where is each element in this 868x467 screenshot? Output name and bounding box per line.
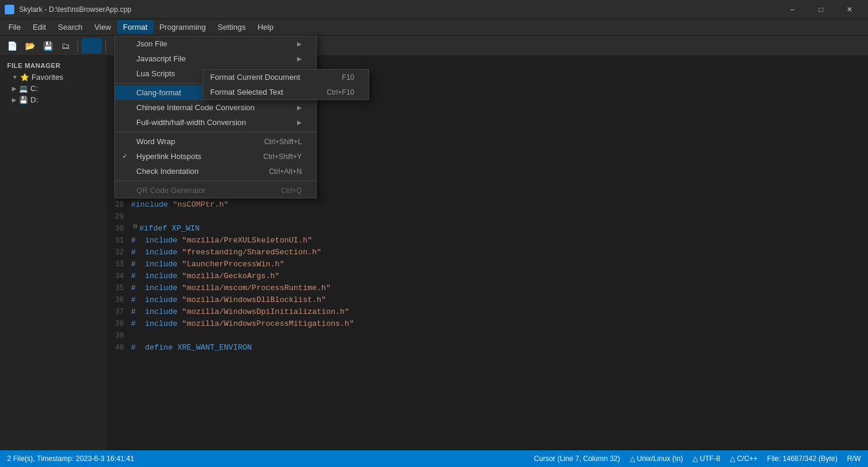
fold-button[interactable]: ⊟: [131, 223, 139, 231]
sidebar-item-label: D:: [30, 95, 38, 104]
toolbar-sep1: [77, 40, 78, 52]
menu-edit[interactable]: Edit: [27, 20, 52, 34]
sidebar: File Manager ▼ ⭐ Favorites ▶ 💻 C: ▶ 💾 D:: [0, 56, 107, 450]
toolbar-sep2: [105, 40, 106, 52]
new-file-button[interactable]: 📄: [4, 38, 20, 54]
table-row: 37 # include "mozilla/WindowsDpiInitiali…: [107, 306, 868, 318]
menu-file[interactable]: File: [2, 20, 27, 34]
table-row: 30 ⊟ #ifdef XP_WIN: [107, 223, 868, 235]
sidebar-item-label: C:: [30, 84, 38, 93]
statusbar-language[interactable]: △ C/C++: [730, 454, 758, 463]
menu-item-hyperlink-label: Hyperlink Hotspots: [136, 152, 258, 161]
titlebar: Skylark - D:\test\nsBrowserApp.cpp – □ ✕: [0, 0, 868, 19]
menu-separator: [115, 180, 316, 181]
menu-item-hyperlink[interactable]: ✓ Hyperlink Hotspots Ctrl+Shift+Y: [115, 149, 316, 164]
menu-item-qr-code-shortcut: Ctrl+Q: [281, 186, 302, 195]
statusbar-line-ending[interactable]: △ Unix/Linux (\n): [630, 454, 683, 463]
submenu-arrow-icon: ▶: [297, 41, 302, 47]
menu-item-check-indent-shortcut: Ctrl+Alt+N: [269, 167, 302, 176]
menu-item-fullwidth[interactable]: Full-width/half-width Conversion ▶: [115, 115, 316, 130]
menu-item-word-wrap-label: Word Wrap: [136, 137, 260, 146]
table-row: 39: [107, 330, 868, 342]
submenu-arrow-icon: ▶: [297, 104, 302, 111]
statusbar-file-info: File: 14687/342 (Byte): [767, 454, 838, 463]
statusbar-rw: R/W: [847, 454, 861, 463]
menu-item-format-doc-label: Format Current Document: [210, 73, 342, 82]
menu-separator: [115, 132, 316, 132]
window-title: Skylark - D:\test\nsBrowserApp.cpp: [19, 5, 774, 14]
menu-help[interactable]: Help: [252, 20, 280, 34]
statusbar-files: 2 File(s), Timestamp: 2023-6-3 16:41:41: [7, 454, 524, 463]
menu-item-qr-code-label: QR Code Generator: [136, 186, 276, 195]
table-row: 34 # include "mozilla/GeckoArgs.h": [107, 270, 868, 282]
menu-item-javascript-file-label: Javascript File: [136, 54, 292, 63]
menu-item-json-file[interactable]: Json File ▶: [115, 36, 316, 51]
menu-item-word-wrap[interactable]: Word Wrap Ctrl+Shift+L: [115, 134, 316, 149]
table-row: 33 # include "LauncherProcessWin.h": [107, 259, 868, 270]
menu-item-format-sel-label: Format Selected Text: [210, 88, 327, 96]
menu-settings[interactable]: Settings: [212, 20, 252, 34]
app-icon: [5, 5, 14, 14]
table-row: 38 # include "mozilla/WindowsProcessMiti…: [107, 318, 868, 330]
sidebar-item-favorites[interactable]: ▼ ⭐ Favorites: [0, 71, 107, 83]
chevron-right-icon: ▶: [12, 85, 17, 92]
maximize-button[interactable]: □: [807, 0, 835, 19]
chevron-down-icon: ▼: [12, 74, 18, 80]
save-button[interactable]: 💾: [39, 38, 56, 54]
menu-item-hyperlink-shortcut: Ctrl+Shift+Y: [263, 152, 302, 161]
menu-search[interactable]: Search: [52, 20, 88, 34]
menu-programming[interactable]: Programming: [154, 20, 212, 34]
menu-item-check-indent[interactable]: Check Indentation Ctrl+Alt+N: [115, 164, 316, 179]
toolbar-highlight: [82, 38, 102, 54]
statusbar-cursor[interactable]: Cursor (Line 7, Column 32): [534, 454, 620, 463]
menu-item-format-doc[interactable]: Format Current Document F10: [203, 70, 369, 85]
table-row: 29: [107, 211, 868, 223]
menu-item-chinese-code[interactable]: Chinese Internal Code Conversion ▶: [115, 100, 316, 115]
table-row: 36 # include "mozilla/WindowsDllBlocklis…: [107, 294, 868, 306]
close-button[interactable]: ✕: [836, 0, 863, 19]
sidebar-header: File Manager: [0, 60, 107, 71]
minimize-button[interactable]: –: [779, 0, 806, 19]
save-all-button[interactable]: 🗂: [57, 38, 74, 54]
menu-item-check-indent-label: Check Indentation: [136, 167, 264, 176]
menu-view[interactable]: View: [89, 20, 117, 34]
statusbar-encoding[interactable]: △ UTF-8: [692, 454, 720, 463]
sidebar-item-c[interactable]: ▶ 💻 C:: [0, 83, 107, 94]
menu-item-format-sel-shortcut: Ctrl+F10: [327, 88, 354, 96]
table-row: 35 # include "mozilla/mscom/ProcessRunti…: [107, 282, 868, 294]
drive-icon: 💾: [19, 96, 28, 104]
format-menu[interactable]: Json File ▶ Javascript File ▶ Lua Script…: [114, 36, 317, 198]
window-controls: – □ ✕: [779, 0, 863, 19]
table-row: 40 # define XRE_WANT_ENVIRON: [107, 342, 868, 354]
statusbar: 2 File(s), Timestamp: 2023-6-3 16:41:41 …: [0, 450, 868, 467]
drive-icon: 💻: [19, 85, 28, 93]
clang-submenu[interactable]: Format Current Document F10 Format Selec…: [202, 69, 369, 100]
menu-format[interactable]: Format: [117, 20, 154, 34]
open-file-button[interactable]: 📂: [21, 38, 38, 54]
menu-item-format-sel[interactable]: Format Selected Text Ctrl+F10: [203, 85, 369, 99]
sidebar-item-d[interactable]: ▶ 💾 D:: [0, 94, 107, 105]
submenu-arrow-icon: ▶: [297, 55, 302, 62]
menubar: File Edit Search View Format Programming…: [0, 19, 868, 36]
chevron-right-icon: ▶: [12, 96, 17, 103]
menu-item-word-wrap-shortcut: Ctrl+Shift+L: [264, 138, 302, 146]
menu-item-json-file-label: Json File: [136, 39, 292, 48]
menu-item-javascript-file[interactable]: Javascript File ▶: [115, 51, 316, 66]
sidebar-item-label: Favorites: [32, 73, 63, 82]
menu-item-qr-code[interactable]: QR Code Generator Ctrl+Q: [115, 183, 316, 198]
menu-item-fullwidth-label: Full-width/half-width Conversion: [136, 118, 292, 127]
menu-item-format-doc-shortcut: F10: [342, 73, 354, 82]
submenu-arrow-icon: ▶: [297, 119, 302, 126]
table-row: 28 #include "nsCOMPtr.h": [107, 199, 868, 211]
table-row: 32 # include "freestanding/SharedSection…: [107, 247, 868, 259]
table-row: 31 # include "mozilla/PreXULSkeletonUI.h…: [107, 235, 868, 247]
star-icon: ⭐: [20, 73, 29, 82]
menu-item-chinese-code-label: Chinese Internal Code Conversion: [136, 103, 292, 112]
